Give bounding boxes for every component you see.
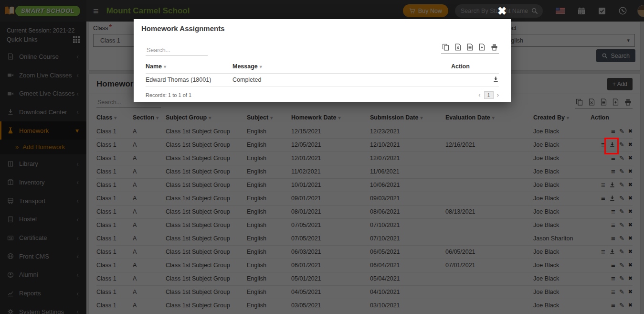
download-icon[interactable] xyxy=(493,76,499,82)
assignment-row: Edward Thomas (18001) Completed xyxy=(146,73,499,87)
records-count: Records: 1 to 1 of 1 xyxy=(146,92,191,98)
modal-title: Homework Assignments xyxy=(141,24,225,32)
assignments-table: Name▾ Message▾ Action Edward Thomas (180… xyxy=(146,60,499,87)
col-name[interactable]: Name▾ xyxy=(146,60,232,73)
sort-caret-icon: ▾ xyxy=(164,64,166,69)
modal-header: Homework Assignments xyxy=(134,19,511,38)
modal-table-header-row: Name▾ Message▾ Action xyxy=(146,60,499,73)
assignment-message: Completed xyxy=(232,73,451,87)
pagination: ‹ 1 › xyxy=(478,91,499,99)
assignment-action xyxy=(451,73,499,87)
modal-search-input[interactable] xyxy=(146,45,208,55)
modal-toolbar xyxy=(146,43,499,55)
modal-export-toolbar xyxy=(441,43,499,54)
pdf-icon[interactable] xyxy=(479,43,485,51)
copy-icon[interactable] xyxy=(442,43,449,51)
modal-close-icon[interactable]: ✖ xyxy=(497,6,507,17)
col-action: Action xyxy=(451,60,499,73)
page-number[interactable]: 1 xyxy=(484,91,494,99)
sort-caret-icon: ▾ xyxy=(260,64,262,69)
excel-icon[interactable] xyxy=(455,43,461,51)
assignment-name: Edward Thomas (18001) xyxy=(146,73,232,87)
csv-icon[interactable] xyxy=(467,43,473,51)
col-message[interactable]: Message▾ xyxy=(232,60,451,73)
prev-page-icon[interactable]: ‹ xyxy=(478,91,480,98)
screen: SMART SCHOOL ≡ Mount Carmel School Buy N… xyxy=(0,0,644,314)
modal-footer: Records: 1 to 1 of 1 ‹ 1 › xyxy=(146,91,499,99)
print-icon[interactable] xyxy=(491,44,498,51)
homework-assignments-modal: Homework Assignments Name▾ Message xyxy=(134,19,511,102)
next-page-icon[interactable]: › xyxy=(497,91,499,98)
modal-body: Name▾ Message▾ Action Edward Thomas (180… xyxy=(134,38,511,99)
